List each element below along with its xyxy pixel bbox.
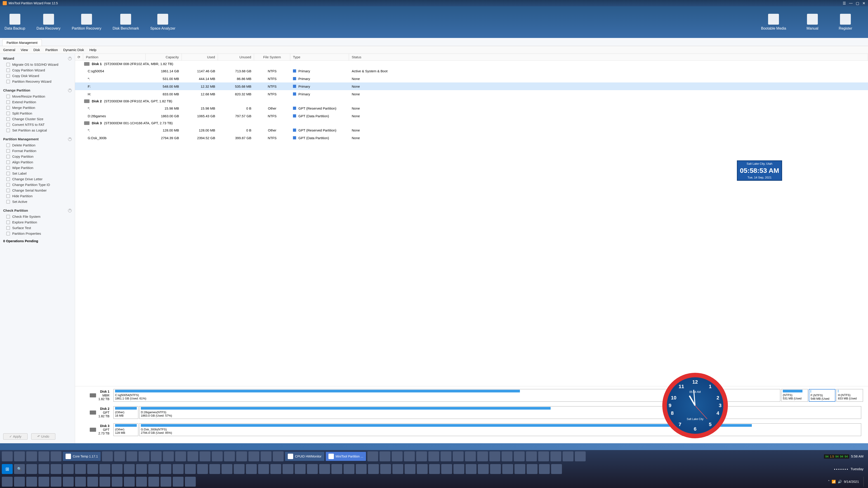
disk-segment[interactable]: D:2tbgames(NTFS)1863.0 GB (Used: 57%) (139, 406, 861, 419)
taskbar-pinned-icon[interactable] (199, 451, 211, 461)
toolbar-data-recovery[interactable]: Data Recovery (37, 14, 61, 31)
taskbar-pinned-icon[interactable] (344, 464, 354, 474)
taskbar-pinned-icon[interactable] (51, 464, 61, 474)
sidebar-item-copy-disk-wizard[interactable]: Copy Disk Wizard (0, 73, 75, 78)
taskbar-pinned-icon[interactable] (368, 464, 379, 474)
taskbar-pinned-icon[interactable] (404, 451, 415, 461)
taskbar-pinned-icon[interactable] (490, 464, 501, 474)
sidebar-item-change-drive-letter[interactable]: Change Drive Letter (0, 176, 75, 182)
taskbar-pinned-icon[interactable] (380, 464, 391, 474)
taskbar-pinned-icon[interactable] (466, 464, 476, 474)
taskbar-pinned-icon[interactable] (2, 477, 13, 487)
partition-row[interactable]: G:Dsk_300b 2794.39 GB 2394.52 GB 399.87 … (75, 134, 868, 142)
toolbar-bootable-media[interactable]: Bootable Media (761, 14, 786, 31)
taskbar-pinned-icon[interactable] (428, 451, 439, 461)
menu-icon[interactable]: ☰ (843, 1, 846, 5)
disk-segment[interactable]: (NTFS)531 MB (Used (781, 389, 808, 402)
tray-network-icon[interactable]: 📶 (832, 480, 836, 484)
taskbar-pinned-icon[interactable] (212, 451, 223, 461)
taskbar-pinned-icon[interactable] (258, 464, 269, 474)
taskbar-pinned-icon[interactable] (26, 451, 37, 461)
sidebar-item-copy-partition-wizard[interactable]: Copy Partition Wizard (0, 67, 75, 73)
minimize-button[interactable]: — (849, 1, 852, 5)
taskbar-pinned-icon[interactable] (526, 451, 537, 461)
taskbar-pinned-icon[interactable] (270, 464, 281, 474)
taskbar-pinned-icon[interactable] (136, 464, 147, 474)
taskbar-pinned-icon[interactable] (136, 477, 147, 487)
sidebar-item-change-partition-type-id[interactable]: Change Partition Type ID (0, 182, 75, 188)
toolbar-manual[interactable]: Manual (807, 14, 818, 31)
taskbar-pinned-icon[interactable] (14, 451, 25, 461)
taskbar-pinned-icon[interactable] (14, 477, 25, 487)
taskbar-pinned-icon[interactable] (393, 464, 403, 474)
taskbar-pinned-icon[interactable] (38, 464, 49, 474)
taskbar-pinned-icon[interactable] (539, 464, 550, 474)
taskbar-pinned-icon[interactable] (87, 477, 98, 487)
taskbar-pinned-icon[interactable] (477, 451, 488, 461)
taskbar-pinned-icon[interactable] (63, 464, 74, 474)
sidebar-item-move-resize-partition[interactable]: Move/Resize Partition (0, 94, 75, 99)
taskbar-pinned-icon[interactable] (221, 464, 232, 474)
toolbar-data-backup[interactable]: Data Backup (4, 14, 25, 31)
tray-icons[interactable]: ▪▪▪▪▪▪▪ (834, 467, 849, 471)
taskbar-pinned-icon[interactable] (416, 451, 427, 461)
undo-button[interactable]: ↶ Undo (31, 433, 55, 440)
disk-header[interactable]: Disk 1 (ST2000DM 008-2FR102 ATA, MBR, 1.… (75, 61, 868, 67)
taskbar-pinned-icon[interactable] (356, 464, 367, 474)
taskbar-pinned-icon[interactable] (209, 464, 220, 474)
refresh-button[interactable]: ⟳ (75, 54, 83, 60)
taskbar-pinned-icon[interactable] (502, 464, 513, 474)
taskbar-pinned-icon[interactable] (440, 451, 452, 461)
toolbar-register[interactable]: Register (839, 14, 852, 31)
taskbar-pinned-icon[interactable] (126, 451, 137, 461)
taskbar-pinned-icon[interactable] (138, 451, 149, 461)
tab-partition-management[interactable]: Partition Management (2, 39, 42, 46)
taskbar-pinned-icon[interactable] (307, 464, 318, 474)
sidebar-header-wizard[interactable]: Wizard˄ (0, 55, 75, 62)
column-capacity[interactable]: Capacity (146, 54, 182, 60)
partition-row[interactable]: *: 15.98 MB 15.98 MB 0 B Other GPT (Rese… (75, 104, 868, 112)
taskbar-pinned-icon[interactable] (124, 464, 135, 474)
partition-row[interactable]: H: 833.00 MB 12.68 MB 820.32 MB NTFS Pri… (75, 90, 868, 98)
partition-row[interactable]: F: 548.00 MB 12.32 MB 535.68 MB NTFS Pri… (75, 83, 868, 90)
taskbar-pinned-icon[interactable] (379, 451, 391, 461)
taskbar-pinned-icon[interactable] (63, 477, 74, 487)
taskbar-pinned-icon[interactable] (75, 464, 86, 474)
taskbar-pinned-icon[interactable] (331, 464, 342, 474)
show-desktop-button[interactable] (864, 477, 866, 487)
sidebar-header-check-partition[interactable]: Check Partition˄ (0, 207, 75, 214)
toolbar-partition-recovery[interactable]: Partition Recovery (72, 14, 101, 31)
taskbar-pinned-icon[interactable] (550, 451, 561, 461)
taskbar-pinned-icon[interactable] (175, 451, 186, 461)
maximize-button[interactable]: ▢ (856, 1, 859, 5)
taskbar-pinned-icon[interactable] (260, 451, 272, 461)
sidebar-header-change-partition[interactable]: Change Partition˄ (0, 87, 75, 94)
close-button[interactable]: ✕ (862, 1, 865, 5)
taskbar-pinned-icon[interactable] (75, 477, 86, 487)
taskbar-pinned-icon[interactable] (563, 451, 574, 461)
partition-row[interactable]: C:sg50054 1861.14 GB 1147.46 GB 713.68 G… (75, 67, 868, 75)
partition-row[interactable]: *: 128.00 MB 128.00 MB 0 B Other GPT (Re… (75, 126, 868, 134)
taskbar-pinned-icon[interactable] (124, 477, 135, 487)
partition-row[interactable]: D:2tbgames 1863.00 GB 1065.43 GB 797.57 … (75, 112, 868, 120)
taskbar-app-hwmonitor[interactable]: CPUID HWMonitor (285, 452, 324, 461)
taskbar-pinned-icon[interactable] (173, 464, 184, 474)
taskbar-pinned-icon[interactable] (148, 477, 159, 487)
disk-segment[interactable]: F:(NTFS)548 MB (Used (809, 389, 835, 402)
disk-segment[interactable]: G:Dsk_300b(NTFS)2794.4 GB (Used: 85%) (139, 423, 861, 436)
taskbar-pinned-icon[interactable] (160, 477, 171, 487)
taskbar-pinned-icon[interactable] (236, 451, 247, 461)
taskbar-pinned-icon[interactable] (441, 464, 452, 474)
taskbar-pinned-icon[interactable] (319, 464, 330, 474)
taskbar-pinned-icon[interactable] (454, 464, 464, 474)
sidebar-item-migrate-os-to-ssd-hd-wizard[interactable]: Migrate OS to SSD/HD Wizard (0, 62, 75, 67)
taskbar-pinned-icon[interactable] (160, 464, 171, 474)
taskbar-pinned-icon[interactable] (234, 464, 245, 474)
taskbar-pinned-icon[interactable] (51, 477, 61, 487)
taskbar-pinned-icon[interactable] (283, 464, 293, 474)
taskbar-pinned-icon[interactable] (2, 451, 13, 461)
taskbar-pinned-icon[interactable] (551, 464, 562, 474)
taskbar-pinned-icon[interactable] (429, 464, 440, 474)
taskbar-pinned-icon[interactable] (38, 451, 49, 461)
sidebar-item-set-label[interactable]: Set Label (0, 170, 75, 176)
